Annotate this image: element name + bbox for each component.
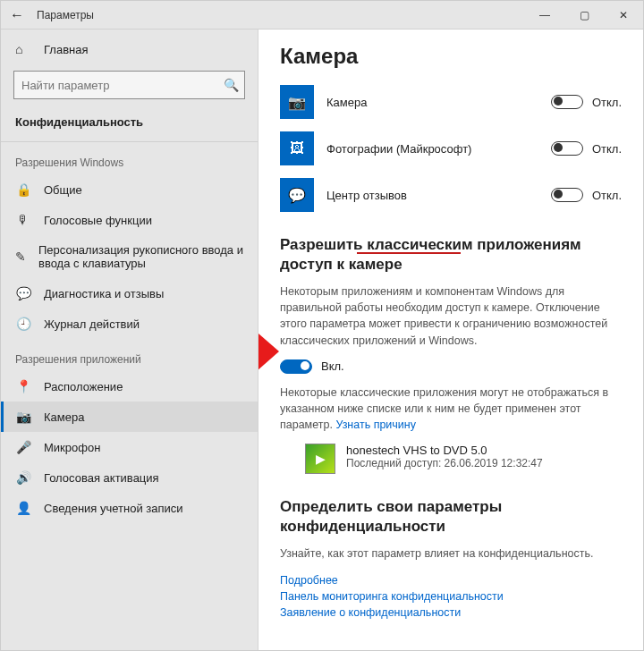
voice-icon: 🔊 xyxy=(15,470,31,485)
sidebar: ⌂ Главная 🔍 Конфиденциальность Разрешени… xyxy=(1,30,258,650)
history-icon: 🕘 xyxy=(15,317,31,331)
nav-item-speech[interactable]: 🎙 Голосовые функции xyxy=(1,205,258,235)
toggle-camera-app[interactable] xyxy=(551,95,583,109)
legacy-app-name: honestech VHS to DVD 5.0 xyxy=(346,444,543,457)
camera-icon: 📷 xyxy=(15,410,31,424)
nav-item-voice-activation[interactable]: 🔊 Голосовая активация xyxy=(1,462,258,493)
classic-note: Некоторые классические приложения могут … xyxy=(280,385,622,433)
link-privacy-statement[interactable]: Заявление о конфиденциальности xyxy=(280,604,622,621)
home-label: Главная xyxy=(44,43,88,56)
group-windows-label: Разрешения Windows xyxy=(1,142,258,174)
location-icon: 📍 xyxy=(15,379,31,393)
classic-section-title: Разрешить классическим приложениям досту… xyxy=(280,235,622,275)
window-controls: ― ▢ ✕ xyxy=(525,1,643,30)
nav-label: Расположение xyxy=(44,380,123,393)
search-icon: 🔍 xyxy=(217,78,244,92)
home-link[interactable]: ⌂ Главная xyxy=(1,35,258,63)
legacy-app-row: ▶ honestech VHS to DVD 5.0 Последний дос… xyxy=(305,444,622,474)
nav-label: Камера xyxy=(44,410,84,424)
nav-item-location[interactable]: 📍 Расположение xyxy=(1,371,258,402)
account-icon: 👤 xyxy=(15,501,31,515)
nav-item-diagnostics[interactable]: 💬 Диагностика и отзывы xyxy=(1,278,258,309)
nav-item-microphone[interactable]: 🎤 Микрофон xyxy=(1,432,258,462)
search-box[interactable]: 🔍 xyxy=(13,71,245,99)
toggle-state: Откл. xyxy=(592,96,622,109)
classic-toggle-row: Вкл. xyxy=(280,359,622,374)
legacy-app-text: honestech VHS to DVD 5.0 Последний досту… xyxy=(346,444,543,469)
link-learn-more[interactable]: Подробнее xyxy=(280,572,622,588)
app-name: Центр отзывов xyxy=(326,189,551,202)
app-name: Камера xyxy=(326,96,551,109)
feedback-icon: 💬 xyxy=(15,286,31,300)
link-privacy-dashboard[interactable]: Панель мониторинга конфиденциальности xyxy=(280,588,622,604)
app-icon-photos: 🖼 xyxy=(280,131,314,165)
app-icon-feedback: 💬 xyxy=(280,178,314,212)
lock-icon: 🔒 xyxy=(15,182,31,197)
toggle-classic-apps[interactable] xyxy=(280,359,312,374)
toggle-state: Откл. xyxy=(592,142,622,156)
toggle-photos-app[interactable] xyxy=(551,141,583,156)
legacy-app-icon: ▶ xyxy=(305,444,335,474)
nav-label: Журнал действий xyxy=(44,317,140,331)
window-body: ⌂ Главная 🔍 Конфиденциальность Разрешени… xyxy=(1,30,643,650)
nav-label: Голосовые функции xyxy=(44,214,152,227)
group-apps-label: Разрешения приложений xyxy=(1,339,258,371)
legacy-app-last-access: Последний доступ: 26.06.2019 12:32:47 xyxy=(346,457,543,469)
app-row-feedback: 💬 Центр отзывов Откл. xyxy=(280,178,622,212)
titlebar: ← Параметры ― ▢ ✕ xyxy=(1,1,643,30)
app-row-photos: 🖼 Фотографии (Майкрософт) Откл. xyxy=(280,131,622,165)
mic-icon: 🎙 xyxy=(15,213,31,227)
maximize-button[interactable]: ▢ xyxy=(564,1,604,30)
nav-label: Диагностика и отзывы xyxy=(44,287,164,300)
toggle-state: Вкл. xyxy=(321,359,344,373)
app-icon-camera: 📷 xyxy=(280,85,314,119)
nav-label: Общие xyxy=(44,183,82,197)
nav-item-general[interactable]: 🔒 Общие xyxy=(1,174,258,205)
settings-window: ← Параметры ― ▢ ✕ ⌂ Главная 🔍 Конфиденци… xyxy=(0,0,644,651)
nav-label: Персонализация рукописного ввода и ввода… xyxy=(38,243,243,270)
pen-icon: ✎ xyxy=(15,249,26,264)
nav-item-activity[interactable]: 🕘 Журнал действий xyxy=(1,309,258,339)
app-row-camera: 📷 Камера Откл. xyxy=(280,85,622,119)
nav-label: Микрофон xyxy=(44,441,100,454)
annotation-underline xyxy=(357,252,461,254)
category-label: Конфиденциальность xyxy=(1,108,258,142)
minimize-button[interactable]: ― xyxy=(525,1,564,30)
home-icon: ⌂ xyxy=(15,42,31,56)
privacy-section-title: Определить свои параметры конфиденциальн… xyxy=(280,497,622,537)
search-input[interactable] xyxy=(14,79,217,92)
toggle-feedback-app[interactable] xyxy=(551,188,583,202)
nav-label: Голосовая активация xyxy=(44,471,159,485)
learn-more-link[interactable]: Узнать причину xyxy=(335,418,416,431)
microphone-icon: 🎤 xyxy=(15,440,31,454)
app-name: Фотографии (Майкрософт) xyxy=(326,142,551,156)
privacy-section-desc: Узнайте, как этот параметр влияет на кон… xyxy=(280,545,622,562)
nav-item-inking[interactable]: ✎ Персонализация рукописного ввода и вво… xyxy=(1,235,258,278)
nav-item-account-info[interactable]: 👤 Сведения учетной записи xyxy=(1,493,258,523)
window-title: Параметры xyxy=(33,9,525,21)
back-button[interactable]: ← xyxy=(1,7,33,23)
nav-item-camera[interactable]: 📷 Камера xyxy=(1,402,258,432)
content-pane: Камера 📷 Камера Откл. 🖼 Фотографии (Майк… xyxy=(258,30,643,650)
nav-label: Сведения учетной записи xyxy=(44,502,183,515)
classic-section-desc: Некоторым приложениям и компонентам Wind… xyxy=(280,283,622,349)
toggle-state: Откл. xyxy=(592,189,622,202)
close-button[interactable]: ✕ xyxy=(604,1,643,30)
page-title: Камера xyxy=(280,44,622,69)
privacy-links: Подробнее Панель мониторинга конфиденциа… xyxy=(280,572,622,621)
